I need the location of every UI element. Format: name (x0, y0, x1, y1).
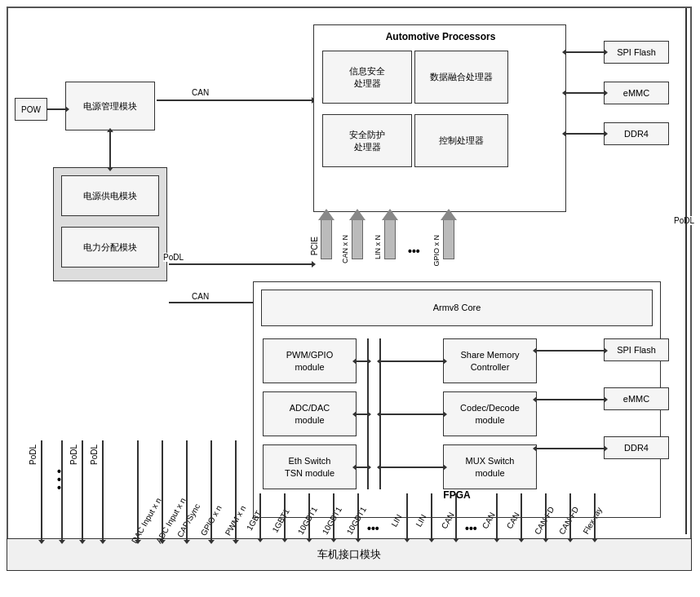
v-line-10gbt1c (357, 493, 359, 538)
label-dots-3: • (57, 481, 61, 494)
arrow-emmc1 (566, 92, 604, 94)
control-proc-block: 控制处理器 (414, 114, 508, 167)
v-line-podl-2 (82, 440, 83, 540)
fpga-title: FPGA (416, 489, 498, 501)
bus-h-mux (381, 467, 443, 468)
bottom-bar: 车机接口模块 (7, 538, 692, 571)
gpio-xn-arrow (441, 219, 457, 272)
arrow-ddr4-1 (566, 133, 604, 135)
bus-h-pwm (357, 360, 367, 362)
bus-h-codec (381, 413, 443, 415)
can-xn-label: CAN x N (341, 235, 349, 263)
bus-h-adc (357, 413, 367, 415)
arrow-ddr4-2 (537, 448, 604, 449)
power-dist-block: 电力分配模块 (61, 227, 159, 268)
v-line-podl-1 (41, 440, 42, 540)
bus-h-eth (357, 467, 367, 468)
pcie-arrow (318, 219, 334, 272)
arrow-emmc2 (537, 399, 604, 400)
spi-flash-1: SPI Flash (604, 41, 669, 64)
bus-dots: ••• (408, 245, 420, 258)
v-line-canfd1 (545, 493, 547, 538)
v-line-lin1 (406, 493, 408, 538)
safety-guard-block: 安全防护 处理器 (322, 114, 412, 167)
ddr4-2: DDR4 (604, 436, 669, 459)
emmc-1: eMMC (604, 82, 669, 104)
emmc-2: eMMC (604, 387, 669, 410)
power-supply-block: 电源供电模块 (61, 175, 159, 216)
bus-h-share (381, 360, 443, 362)
adc-dac-block: ADC/DAC module (263, 391, 357, 436)
v-line-pwm (235, 440, 237, 540)
arrow-spi1 (566, 51, 604, 53)
diagram-container: 车机接口模块 POW 电源管理模块 电源供电模块 电力分配模块 CAN CAN … (0, 0, 700, 597)
v-line-1gbt (259, 493, 261, 538)
label-podl-3: PoDL (90, 444, 99, 465)
arrow-pow-mgmt (47, 108, 65, 110)
v-line-lin2 (431, 493, 432, 538)
arrow-spi2 (537, 350, 604, 352)
v-line-10gbt1b (333, 493, 334, 538)
eth-switch-block: Eth Switch TSN module (263, 444, 357, 489)
pwm-gpio-block: PWM/GPIO module (263, 338, 357, 383)
v-line-1gbt1 (284, 493, 286, 538)
data-fusion-block: 数据融合处理器 (414, 51, 508, 104)
gpio-xn-label: GPIO x N (432, 235, 441, 267)
arrow-podl-left (169, 263, 312, 265)
pcie-label: PCIE (310, 237, 319, 255)
v-line-can1 (455, 493, 457, 538)
v-line-canfd2 (569, 493, 571, 538)
v-line-adc (162, 440, 163, 540)
label-podl-2: PoDL (69, 444, 78, 465)
v-line-podl-3 (102, 440, 104, 540)
can-xn-arrow (349, 219, 366, 272)
can-label-mid: CAN (192, 292, 209, 301)
podl-right-line (685, 8, 687, 534)
pow-block: POW (15, 98, 47, 121)
lin-xn-arrow (382, 219, 398, 272)
label-dots-bottom: ••• (367, 522, 379, 535)
v-line-gpio (210, 440, 212, 540)
can-label-top: CAN (192, 88, 209, 97)
ddr4-1: DDR4 (604, 122, 669, 145)
spi-flash-2: SPI Flash (604, 338, 669, 361)
podl-label-left: PoDL (163, 253, 184, 262)
arrow-mgmt-supply (109, 132, 111, 167)
v-line-10gbt1a (308, 493, 310, 538)
auto-proc-title: Automotive Processors (359, 31, 522, 42)
armv8-box: Armv8 Core (261, 290, 653, 326)
label-podl-1: PoDL (29, 444, 38, 465)
label-dots-bottom2: ••• (465, 522, 477, 535)
v-line-dots (61, 440, 63, 540)
v-line-can2 (496, 493, 498, 538)
lin-xn-label: LIN x N (374, 235, 382, 259)
arrow-can-top (157, 100, 312, 101)
v-line-can3 (521, 493, 522, 538)
info-security-block: 信息安全 处理器 (322, 51, 412, 104)
v-line-cap (186, 440, 188, 540)
codec-decode-block: Codec/Decode module (443, 391, 537, 436)
mux-switch-block: MUX Switch module (443, 444, 537, 489)
share-memory-block: Share Memory Controller (443, 338, 537, 383)
power-mgmt-block: 电源管理模块 (65, 82, 155, 130)
v-line-dac (137, 440, 139, 540)
podl-right: PoDL (674, 216, 694, 225)
v-line-flexray (594, 493, 596, 538)
